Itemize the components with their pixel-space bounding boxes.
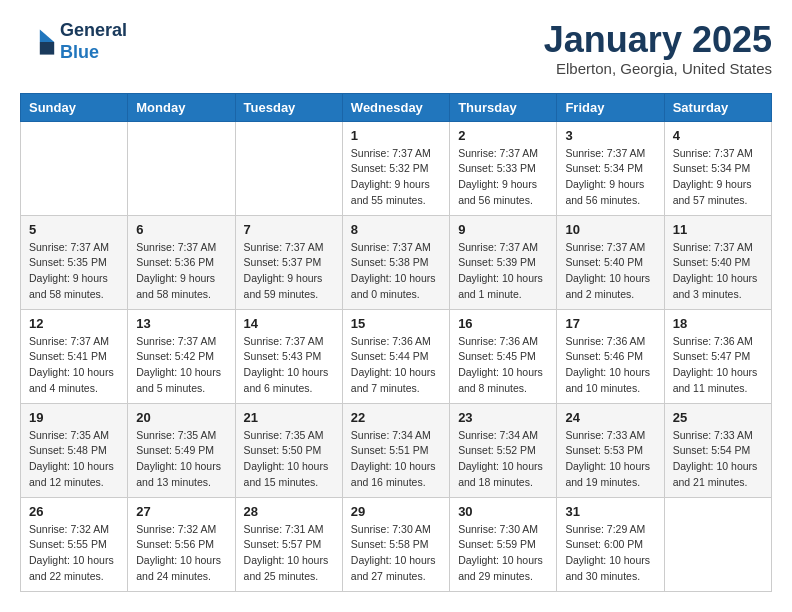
logo-line1: General xyxy=(60,20,127,42)
day-info: Sunrise: 7:33 AM Sunset: 5:54 PM Dayligh… xyxy=(673,428,763,491)
day-info: Sunrise: 7:33 AM Sunset: 5:53 PM Dayligh… xyxy=(565,428,655,491)
day-number: 1 xyxy=(351,128,441,143)
title-block: January 2025 Elberton, Georgia, United S… xyxy=(544,20,772,77)
day-number: 18 xyxy=(673,316,763,331)
calendar-cell: 14Sunrise: 7:37 AM Sunset: 5:43 PM Dayli… xyxy=(235,309,342,403)
weekday-header-sunday: Sunday xyxy=(21,93,128,121)
day-number: 2 xyxy=(458,128,548,143)
calendar-cell: 21Sunrise: 7:35 AM Sunset: 5:50 PM Dayli… xyxy=(235,403,342,497)
calendar-cell: 26Sunrise: 7:32 AM Sunset: 5:55 PM Dayli… xyxy=(21,497,128,591)
weekday-header-wednesday: Wednesday xyxy=(342,93,449,121)
day-info: Sunrise: 7:30 AM Sunset: 5:59 PM Dayligh… xyxy=(458,522,548,585)
day-number: 27 xyxy=(136,504,226,519)
weekday-header-saturday: Saturday xyxy=(664,93,771,121)
calendar-cell: 10Sunrise: 7:37 AM Sunset: 5:40 PM Dayli… xyxy=(557,215,664,309)
calendar-cell: 3Sunrise: 7:37 AM Sunset: 5:34 PM Daylig… xyxy=(557,121,664,215)
calendar-cell: 24Sunrise: 7:33 AM Sunset: 5:53 PM Dayli… xyxy=(557,403,664,497)
day-number: 13 xyxy=(136,316,226,331)
day-number: 3 xyxy=(565,128,655,143)
calendar: SundayMondayTuesdayWednesdayThursdayFrid… xyxy=(20,93,772,592)
day-number: 15 xyxy=(351,316,441,331)
logo-icon xyxy=(20,24,56,60)
day-info: Sunrise: 7:37 AM Sunset: 5:36 PM Dayligh… xyxy=(136,240,226,303)
day-info: Sunrise: 7:37 AM Sunset: 5:39 PM Dayligh… xyxy=(458,240,548,303)
day-number: 24 xyxy=(565,410,655,425)
day-info: Sunrise: 7:37 AM Sunset: 5:34 PM Dayligh… xyxy=(565,146,655,209)
weekday-header-tuesday: Tuesday xyxy=(235,93,342,121)
calendar-cell: 1Sunrise: 7:37 AM Sunset: 5:32 PM Daylig… xyxy=(342,121,449,215)
weekday-header-row: SundayMondayTuesdayWednesdayThursdayFrid… xyxy=(21,93,772,121)
calendar-cell xyxy=(128,121,235,215)
day-number: 11 xyxy=(673,222,763,237)
day-info: Sunrise: 7:31 AM Sunset: 5:57 PM Dayligh… xyxy=(244,522,334,585)
calendar-cell: 20Sunrise: 7:35 AM Sunset: 5:49 PM Dayli… xyxy=(128,403,235,497)
calendar-cell: 11Sunrise: 7:37 AM Sunset: 5:40 PM Dayli… xyxy=(664,215,771,309)
svg-marker-0 xyxy=(40,29,54,42)
calendar-cell: 25Sunrise: 7:33 AM Sunset: 5:54 PM Dayli… xyxy=(664,403,771,497)
day-number: 21 xyxy=(244,410,334,425)
day-number: 5 xyxy=(29,222,119,237)
day-info: Sunrise: 7:34 AM Sunset: 5:51 PM Dayligh… xyxy=(351,428,441,491)
calendar-cell: 19Sunrise: 7:35 AM Sunset: 5:48 PM Dayli… xyxy=(21,403,128,497)
day-number: 7 xyxy=(244,222,334,237)
day-info: Sunrise: 7:37 AM Sunset: 5:42 PM Dayligh… xyxy=(136,334,226,397)
calendar-cell: 22Sunrise: 7:34 AM Sunset: 5:51 PM Dayli… xyxy=(342,403,449,497)
calendar-cell: 23Sunrise: 7:34 AM Sunset: 5:52 PM Dayli… xyxy=(450,403,557,497)
day-info: Sunrise: 7:37 AM Sunset: 5:40 PM Dayligh… xyxy=(565,240,655,303)
calendar-cell: 30Sunrise: 7:30 AM Sunset: 5:59 PM Dayli… xyxy=(450,497,557,591)
calendar-cell: 9Sunrise: 7:37 AM Sunset: 5:39 PM Daylig… xyxy=(450,215,557,309)
calendar-cell xyxy=(235,121,342,215)
day-number: 22 xyxy=(351,410,441,425)
day-info: Sunrise: 7:35 AM Sunset: 5:50 PM Dayligh… xyxy=(244,428,334,491)
day-number: 12 xyxy=(29,316,119,331)
weekday-header-monday: Monday xyxy=(128,93,235,121)
calendar-cell: 8Sunrise: 7:37 AM Sunset: 5:38 PM Daylig… xyxy=(342,215,449,309)
day-number: 9 xyxy=(458,222,548,237)
day-number: 25 xyxy=(673,410,763,425)
day-info: Sunrise: 7:37 AM Sunset: 5:35 PM Dayligh… xyxy=(29,240,119,303)
calendar-cell: 6Sunrise: 7:37 AM Sunset: 5:36 PM Daylig… xyxy=(128,215,235,309)
day-number: 19 xyxy=(29,410,119,425)
calendar-cell: 15Sunrise: 7:36 AM Sunset: 5:44 PM Dayli… xyxy=(342,309,449,403)
week-row-5: 26Sunrise: 7:32 AM Sunset: 5:55 PM Dayli… xyxy=(21,497,772,591)
day-number: 10 xyxy=(565,222,655,237)
day-info: Sunrise: 7:32 AM Sunset: 5:55 PM Dayligh… xyxy=(29,522,119,585)
day-info: Sunrise: 7:37 AM Sunset: 5:34 PM Dayligh… xyxy=(673,146,763,209)
week-row-1: 1Sunrise: 7:37 AM Sunset: 5:32 PM Daylig… xyxy=(21,121,772,215)
day-info: Sunrise: 7:29 AM Sunset: 6:00 PM Dayligh… xyxy=(565,522,655,585)
day-info: Sunrise: 7:37 AM Sunset: 5:33 PM Dayligh… xyxy=(458,146,548,209)
weekday-header-thursday: Thursday xyxy=(450,93,557,121)
day-number: 30 xyxy=(458,504,548,519)
week-row-3: 12Sunrise: 7:37 AM Sunset: 5:41 PM Dayli… xyxy=(21,309,772,403)
calendar-cell: 31Sunrise: 7:29 AM Sunset: 6:00 PM Dayli… xyxy=(557,497,664,591)
calendar-cell xyxy=(21,121,128,215)
day-info: Sunrise: 7:34 AM Sunset: 5:52 PM Dayligh… xyxy=(458,428,548,491)
location: Elberton, Georgia, United States xyxy=(544,60,772,77)
calendar-cell: 27Sunrise: 7:32 AM Sunset: 5:56 PM Dayli… xyxy=(128,497,235,591)
day-info: Sunrise: 7:37 AM Sunset: 5:38 PM Dayligh… xyxy=(351,240,441,303)
week-row-2: 5Sunrise: 7:37 AM Sunset: 5:35 PM Daylig… xyxy=(21,215,772,309)
day-number: 23 xyxy=(458,410,548,425)
day-info: Sunrise: 7:36 AM Sunset: 5:45 PM Dayligh… xyxy=(458,334,548,397)
day-number: 31 xyxy=(565,504,655,519)
calendar-cell: 2Sunrise: 7:37 AM Sunset: 5:33 PM Daylig… xyxy=(450,121,557,215)
calendar-cell: 4Sunrise: 7:37 AM Sunset: 5:34 PM Daylig… xyxy=(664,121,771,215)
calendar-cell: 12Sunrise: 7:37 AM Sunset: 5:41 PM Dayli… xyxy=(21,309,128,403)
day-number: 16 xyxy=(458,316,548,331)
day-info: Sunrise: 7:37 AM Sunset: 5:37 PM Dayligh… xyxy=(244,240,334,303)
calendar-cell: 28Sunrise: 7:31 AM Sunset: 5:57 PM Dayli… xyxy=(235,497,342,591)
day-number: 29 xyxy=(351,504,441,519)
calendar-cell xyxy=(664,497,771,591)
day-number: 26 xyxy=(29,504,119,519)
logo: General Blue xyxy=(20,20,127,63)
day-number: 20 xyxy=(136,410,226,425)
calendar-cell: 29Sunrise: 7:30 AM Sunset: 5:58 PM Dayli… xyxy=(342,497,449,591)
calendar-cell: 17Sunrise: 7:36 AM Sunset: 5:46 PM Dayli… xyxy=(557,309,664,403)
day-number: 6 xyxy=(136,222,226,237)
month-title: January 2025 xyxy=(544,20,772,60)
day-info: Sunrise: 7:36 AM Sunset: 5:46 PM Dayligh… xyxy=(565,334,655,397)
day-info: Sunrise: 7:37 AM Sunset: 5:41 PM Dayligh… xyxy=(29,334,119,397)
logo-line2: Blue xyxy=(60,42,127,64)
week-row-4: 19Sunrise: 7:35 AM Sunset: 5:48 PM Dayli… xyxy=(21,403,772,497)
day-number: 4 xyxy=(673,128,763,143)
